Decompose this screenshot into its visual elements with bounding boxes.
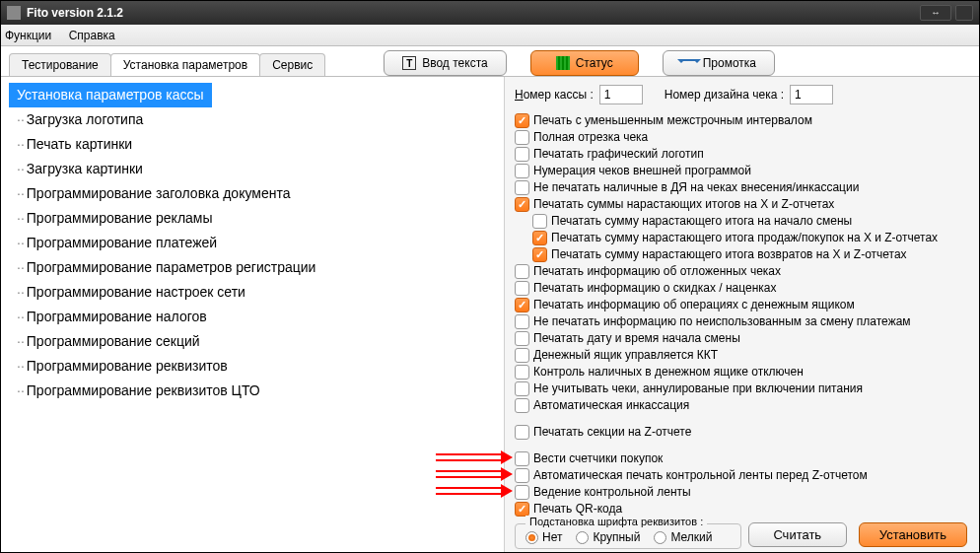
check-row[interactable]: Не печатать информацию по неиспользованн…	[515, 313, 969, 330]
kassa-input[interactable]	[599, 85, 643, 104]
text-icon: T	[402, 56, 416, 70]
window-title: Fito version 2.1.2	[27, 1, 123, 25]
checkbox[interactable]	[515, 298, 529, 312]
status-button[interactable]: Статус	[530, 50, 639, 76]
titlebar: Fito version 2.1.2 ↔	[1, 1, 979, 25]
annotation-arrow	[436, 467, 513, 481]
checkbox[interactable]	[515, 468, 529, 483]
radio[interactable]	[576, 531, 589, 544]
close-button[interactable]	[955, 5, 973, 21]
font-substitution-group: Подстановка шрифта реквизитов : НетКрупн…	[515, 523, 741, 549]
check-row[interactable]: Вести счетчики покупок	[515, 450, 969, 467]
text-input-button[interactable]: T Ввод текста	[384, 50, 506, 76]
tree-item[interactable]: ··Программирование налогов	[9, 305, 504, 329]
checkbox[interactable]	[515, 451, 529, 466]
check-row[interactable]: Печатать суммы нарастающих итогов на X и…	[515, 196, 969, 213]
tree-item[interactable]: ··Программирование параметров регистраци…	[9, 255, 504, 280]
checkbox[interactable]	[515, 398, 529, 413]
check-sections-z[interactable]: Печатать секции на Z-отчете	[515, 424, 969, 441]
check-row[interactable]: Контроль наличных в денежном ящике отклю…	[515, 364, 969, 380]
tree-item[interactable]: ··Печать картинки	[9, 132, 504, 157]
settings-panel: Номер кассы : Номер дизайна чека : Печат…	[504, 77, 979, 553]
check-row[interactable]: Полная отрезка чека	[515, 129, 969, 146]
radio-option[interactable]: Мелкий	[654, 530, 712, 544]
set-button[interactable]: Установить	[859, 522, 967, 547]
check-row[interactable]: Нумерация чеков внешней программой	[515, 163, 969, 179]
status-icon	[556, 56, 570, 70]
check-row[interactable]: Автоматическая печать контрольной ленты …	[515, 467, 969, 484]
check-row[interactable]: Печать с уменьшенным межстрочным интерва…	[515, 112, 969, 129]
checkbox[interactable]	[515, 348, 529, 363]
design-label: Номер дизайна чека :	[665, 88, 784, 102]
checkbox[interactable]	[515, 425, 529, 440]
tree-item[interactable]: ··Программирование платежей	[9, 231, 504, 255]
check-row[interactable]: Печатать информацию об операциях с денеж…	[515, 297, 969, 313]
check-row[interactable]: Печатать информацию об отложенных чеках	[515, 263, 969, 280]
checkbox[interactable]	[515, 281, 529, 296]
checkbox[interactable]	[515, 331, 529, 346]
checkbox[interactable]	[515, 264, 529, 279]
kassa-label: Номер кассы :	[515, 88, 594, 102]
tab-service[interactable]: Сервис	[259, 53, 325, 76]
tree-item[interactable]: ··Программирование реквизитов	[9, 354, 504, 379]
checkbox[interactable]	[515, 314, 529, 329]
annotation-arrow	[436, 450, 513, 464]
check-row[interactable]: Не учитывать чеки, аннулированые при вкл…	[515, 380, 969, 397]
tree-item[interactable]: ··Программирование рекламы	[9, 206, 504, 231]
read-button[interactable]: Считать	[748, 522, 847, 547]
check-row[interactable]: Ведение контрольной ленты	[515, 484, 969, 501]
tree-item[interactable]: ··Программирование заголовка документа	[9, 181, 504, 206]
check-row[interactable]: Печатать сумму нарастающего итога продаж…	[515, 230, 969, 246]
checkbox[interactable]	[515, 502, 529, 517]
checkbox[interactable]	[515, 180, 529, 195]
check-row[interactable]: Печатать графический логотип	[515, 146, 969, 163]
svg-marker-8	[501, 484, 513, 498]
menu-functions[interactable]: Функции	[5, 29, 51, 42]
maximize-button[interactable]: ↔	[920, 5, 951, 21]
checkbox[interactable]	[532, 247, 547, 262]
tree-item[interactable]: Установка параметров кассы	[9, 83, 212, 107]
checkbox[interactable]	[515, 197, 529, 212]
tree-item[interactable]: ··Загрузка логотипа	[9, 107, 504, 132]
app-icon	[7, 6, 21, 20]
design-input[interactable]	[790, 85, 833, 104]
svg-marker-2	[501, 450, 513, 464]
tree-item[interactable]: ··Программирование реквизитов ЦТО	[9, 379, 504, 403]
checkbox[interactable]	[515, 485, 529, 500]
tab-testing[interactable]: Тестирование	[9, 53, 111, 76]
tree-item[interactable]: ··Программирование секций	[9, 329, 504, 354]
tree-panel: Установка параметров кассы··Загрузка лог…	[1, 77, 504, 553]
checkbox[interactable]	[515, 113, 529, 128]
check-row[interactable]: Автоматическая инкассация	[515, 397, 969, 414]
checkbox[interactable]	[515, 147, 529, 162]
feed-icon	[681, 59, 697, 67]
checkbox[interactable]	[515, 130, 529, 145]
svg-marker-5	[501, 467, 513, 481]
check-row[interactable]: Печатать информацию о скидках / наценках	[515, 280, 969, 297]
radio[interactable]	[654, 531, 666, 544]
checkbox[interactable]	[532, 231, 547, 245]
checkbox[interactable]	[532, 214, 547, 229]
radio-option[interactable]: Крупный	[576, 530, 640, 544]
group-legend: Подстановка шрифта реквизитов :	[525, 516, 707, 527]
tree-item[interactable]: ··Загрузка картинки	[9, 157, 504, 181]
check-row[interactable]: Печатать сумму нарастающего итога возвра…	[515, 246, 969, 263]
checkbox[interactable]	[515, 164, 529, 178]
annotation-arrow	[436, 484, 513, 498]
check-row[interactable]: Денежный ящик управляется ККТ	[515, 347, 969, 364]
feed-button[interactable]: Промотка	[663, 50, 775, 76]
check-row[interactable]: Печатать дату и время начала смены	[515, 330, 969, 347]
menubar: Функции Справка	[1, 25, 979, 46]
menu-help[interactable]: Справка	[69, 29, 115, 42]
tree-item[interactable]: ··Программирование настроек сети	[9, 280, 504, 305]
tab-params[interactable]: Установка параметров	[110, 53, 260, 76]
radio-option[interactable]: Нет	[525, 530, 562, 544]
check-row[interactable]: Не печатать наличные в ДЯ на чеках внесе…	[515, 179, 969, 196]
checkbox[interactable]	[515, 381, 529, 396]
checkbox[interactable]	[515, 365, 529, 380]
tabstrip: Тестирование Установка параметров Сервис…	[1, 46, 979, 77]
radio[interactable]	[525, 531, 538, 544]
check-row[interactable]: Печатать сумму нарастающего итога на нач…	[515, 213, 969, 230]
